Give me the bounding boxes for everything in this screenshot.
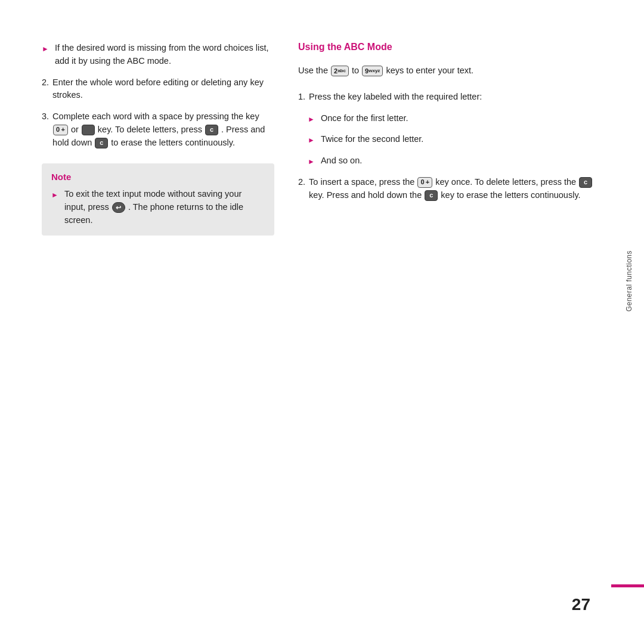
right-bullet-arrow-3: ► <box>308 156 315 168</box>
left-item-3: 3. Complete each word with a space by pr… <box>42 110 274 149</box>
right-item-1-num: 1. <box>298 91 305 104</box>
key-c-4: c <box>425 190 438 201</box>
key-c-2: c <box>95 138 108 148</box>
key-2abc: 2abc <box>331 66 349 76</box>
key-9wxyz: 9wxyz <box>362 66 383 76</box>
key-space-1 <box>82 125 95 135</box>
intro-to: to <box>352 66 361 75</box>
right-item-1: 1. Press the key labeled with the requir… <box>298 91 608 104</box>
left-item-3-content: Complete each word with a space by press… <box>52 110 274 149</box>
right-bullet-3: ► And so on. <box>308 154 608 168</box>
key-c-1: c <box>205 125 218 135</box>
right-item-2: 2. To insert a space, press the 0 + key … <box>298 176 608 202</box>
note-box: Note ► To exit the text input mode witho… <box>42 163 274 235</box>
bullet-arrow-1: ► <box>42 44 49 68</box>
right-column: Using the ABC Mode Use the 2abc to 9wxyz… <box>298 42 608 608</box>
left-bullet-1-text: If the desired word is missing from the … <box>55 42 274 68</box>
intro-before: Use the <box>298 66 328 75</box>
right-bullet-2: ► Twice for the second letter. <box>308 133 608 146</box>
intro-text: Use the 2abc to 9wxyz keys to enter your… <box>298 64 608 78</box>
right-bullet-1-text: Once for the first letter. <box>321 112 408 125</box>
intro-after: keys to enter your text. <box>386 66 473 75</box>
left-item-3-before: Complete each word with a space by press… <box>52 112 259 121</box>
right-item-2-mid2: key. Press and hold down the <box>309 190 422 200</box>
left-item-3-num: 3. <box>42 110 49 149</box>
key-0plus-2: 0 + <box>417 177 432 188</box>
left-item-2: 2. Enter the whole word before editing o… <box>42 76 274 103</box>
right-bullet-3-text: And so on. <box>321 154 362 168</box>
right-item-2-before: To insert a space, press the <box>309 177 414 187</box>
left-item-3-after: key. To delete letters, press <box>98 125 202 134</box>
left-item-2-num: 2. <box>42 76 49 103</box>
left-bullet-1: ► If the desired word is missing from th… <box>42 42 274 68</box>
key-0plus-1: 0 + <box>53 125 68 135</box>
right-item-2-after: key to erase the letters continuously. <box>441 190 580 200</box>
note-title: Note <box>51 172 265 182</box>
right-bullet-2-text: Twice for the second letter. <box>321 133 423 146</box>
note-bullet-1-content: To exit the text input mode without savi… <box>64 188 265 227</box>
right-item-1-text: Press the key labeled with the required … <box>309 91 482 104</box>
right-bullet-1: ► Once for the first letter. <box>308 112 608 125</box>
pink-bar <box>611 584 644 587</box>
right-item-2-num: 2. <box>298 176 305 202</box>
note-bullet-arrow: ► <box>51 190 58 227</box>
key-c-3: c <box>579 177 592 188</box>
right-item-2-content: To insert a space, press the 0 + key onc… <box>309 176 608 202</box>
right-bullet-arrow-1: ► <box>308 114 315 125</box>
left-item-2-text: Enter the whole word before editing or d… <box>52 76 274 103</box>
right-bullet-arrow-2: ► <box>308 135 315 146</box>
left-column: ► If the desired word is missing from th… <box>42 42 274 608</box>
section-title: Using the ABC Mode <box>298 42 608 52</box>
left-item-3-or: or <box>71 125 81 134</box>
side-label: General functions <box>625 250 633 312</box>
key-end: ↩ <box>112 202 125 213</box>
note-bullet-1: ► To exit the text input mode without sa… <box>51 188 265 227</box>
page-number: 27 <box>572 595 590 614</box>
left-item-3-text3: to erase the letters continuously. <box>111 138 235 147</box>
right-item-2-mid1: key once. To delete letters, press the <box>435 177 576 187</box>
